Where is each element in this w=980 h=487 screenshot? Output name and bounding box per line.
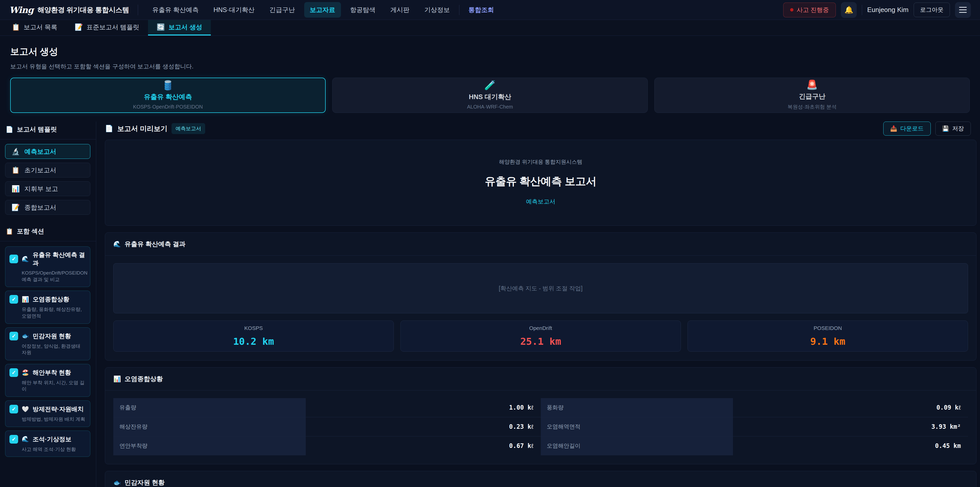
nav-menu: 유출유 확산예측 HNS·대기확산 긴급구난 보고자료 항공탐색 게시판 기상정… (147, 2, 500, 18)
nav-item-hns[interactable]: HNS·대기확산 (208, 2, 260, 18)
nav-item-reports[interactable]: 보고자료 (304, 2, 341, 18)
type-card-title: HNS 대기확산 (469, 93, 511, 101)
cover-report-title: 유출유 확산예측 보고서 (115, 174, 966, 188)
type-card-title: 긴급구난 (799, 92, 825, 101)
sensitive-resources-card: 🐟 민감자원 현황 반경 10 NM 기준 마을어업 131ha 복합양식업 3… (105, 471, 977, 487)
template-item-command[interactable]: 📊 지휘부 보고 (5, 181, 90, 196)
section-item-desc: 유출량, 풍화량, 해상잔유량, 오염면적 (22, 306, 86, 319)
table-row: 연안부착량0.67 kℓ 오염해안길이0.45 km (113, 436, 968, 455)
preview-title-group: 📄 보고서 미리보기 예측보고서 (105, 123, 205, 134)
section-item-shoreline[interactable]: ✓ 🏖️ 해안부착 현황 해안 부착 위치, 시간, 오염 길이 (5, 364, 90, 397)
checkbox-checked[interactable]: ✓ (10, 255, 18, 263)
section-item-title: 조석·기상정보 (33, 435, 72, 443)
microscope-icon: 🔬 (11, 148, 20, 155)
template-item-comprehensive[interactable]: 📝 종합보고서 (5, 200, 90, 215)
row-value: 0.67 kℓ (306, 436, 541, 455)
siren-icon: 🚨 (807, 80, 818, 89)
row-label: 유출량 (113, 398, 306, 417)
stat-card-poseidon: POSEIDON 9.1 km (687, 321, 968, 352)
page-subtitle: 보고서 유형을 선택하고 포함할 섹션을 구성하여 보고서를 생성합니다. (10, 62, 970, 70)
pollution-summary-card: 📊 오염종합상황 유출량1.00 kℓ 풍화량0.09 kℓ 해상잔유량0.23… (105, 367, 977, 464)
template-item-initial[interactable]: 📋 초기보고서 (5, 163, 90, 177)
app-root: Wing 해양환경 위기대응 통합시스템 유출유 확산예측 HNS·대기확산 긴… (0, 0, 980, 487)
section-item-tide-weather[interactable]: ✓ 🌊 조석·기상정보 사고 해역 조석·기상 현황 (5, 431, 90, 457)
table-row: 유출량1.00 kℓ 풍화량0.09 kℓ (113, 398, 968, 417)
logout-button[interactable]: 로그아웃 (914, 3, 950, 17)
notification-button[interactable]: 🔔 (841, 2, 857, 18)
section-list: ✓ 🌊 유출유 확산예측 결과 KOSPS/OpenDrift/POSEIDON… (0, 241, 96, 459)
incident-status-badge[interactable]: 사고 진행중 (783, 3, 836, 18)
preview-scroll-area[interactable]: 해양환경 위기대응 통합지원시스템 유출유 확산예측 보고서 예측보고서 🌊 유… (96, 139, 980, 487)
download-button[interactable]: 📥 다운로드 (883, 121, 931, 136)
main-split: 📄 보고서 템플릿 🔬 예측보고서 📋 초기보고서 📊 지휘부 보고 📝 (0, 121, 980, 487)
bar-chart-icon: 📊 (22, 296, 29, 303)
template-list: 🔬 예측보고서 📋 초기보고서 📊 지휘부 보고 📝 종합보고서 (0, 139, 96, 217)
stat-label: OpenDrift (529, 325, 552, 331)
nav-item-rescue[interactable]: 긴급구난 (264, 2, 301, 18)
section-item-desc: KOSPS/OpenDrift/POSEIDON 예측 결과 및 비교 (22, 270, 86, 283)
type-card-rescue[interactable]: 🚨 긴급구난 복원성·좌초위험 분석 (654, 78, 970, 113)
templates-header: 📄 보고서 템플릿 (0, 121, 96, 139)
stat-value: 10.2 km (233, 336, 274, 347)
checkbox-checked[interactable]: ✓ (10, 435, 18, 444)
pollution-table: 유출량1.00 kℓ 풍화량0.09 kℓ 해상잔유량0.23 kℓ 오염해역면… (113, 398, 968, 455)
heart-icon: 🤍 (22, 406, 29, 413)
row-value: 1.00 kℓ (306, 398, 541, 417)
section-item-title: 민감자원 현황 (33, 332, 71, 340)
tab-standard-template[interactable]: 📝 표준보고서 템플릿 (66, 20, 148, 35)
checkbox-checked[interactable]: ✓ (10, 332, 18, 340)
nav-item-weather[interactable]: 기상정보 (419, 2, 455, 18)
menu-button[interactable] (955, 2, 971, 18)
type-card-hns[interactable]: 🧪 HNS 대기확산 ALOHA·WRF-Chem (332, 78, 648, 113)
pollution-section-header: 📊 오염종합상황 (105, 367, 976, 390)
nav-item-integrated-search[interactable]: 통합조회 (463, 2, 500, 18)
section-item-desc: 방제방법, 방제자원 배치 계획 (22, 416, 86, 423)
template-item-label: 종합보고서 (24, 203, 56, 212)
oil-drum-icon: 🛢️ (162, 81, 174, 90)
stat-card-opendrift: OpenDrift 25.1 km (401, 321, 681, 352)
nav-item-aerial-search[interactable]: 항공탐색 (345, 2, 381, 18)
report-config-sidebar: 📄 보고서 템플릿 🔬 예측보고서 📋 초기보고서 📊 지휘부 보고 📝 (0, 121, 96, 487)
checkbox-checked[interactable]: ✓ (10, 295, 18, 303)
download-label: 다운로드 (900, 125, 924, 133)
app-logo: Wing 해양환경 위기대응 통합시스템 (9, 5, 129, 15)
spread-section-header: 🌊 유출유 확산예측 결과 (105, 233, 976, 255)
checkbox-checked[interactable]: ✓ (10, 405, 18, 414)
bell-icon: 🔔 (845, 6, 853, 14)
row-value: 0.09 kℓ (733, 398, 968, 417)
tab-report-create-label: 보고서 생성 (169, 23, 202, 31)
section-item-sensitive[interactable]: ✓ 🐟 민감자원 현황 어장정보, 양식업, 환경생태 자원 (5, 327, 90, 360)
tab-report-create[interactable]: 🔄 보고서 생성 (148, 20, 211, 35)
section-item-pollution[interactable]: ✓ 📊 오염종합상황 유출량, 풍화량, 해상잔유량, 오염면적 (5, 291, 90, 324)
tab-report-list[interactable]: 📋 보고서 목록 (3, 20, 66, 35)
save-button[interactable]: 💾 저장 (935, 121, 971, 136)
user-name: Eunjeong Kim (867, 6, 908, 14)
preview-type-badge: 예측보고서 (172, 123, 205, 134)
navbar-right: 사고 진행중 🔔 Eunjeong Kim 로그아웃 (783, 2, 971, 18)
templates-header-label: 보고서 템플릿 (17, 125, 57, 134)
nav-divider (138, 5, 138, 15)
pollution-section-title: 오염종합상황 (124, 375, 163, 383)
row-value: 0.23 kℓ (306, 417, 541, 436)
row-label: 해상잔유량 (113, 417, 306, 436)
top-navbar: Wing 해양환경 위기대응 통합시스템 유출유 확산예측 HNS·대기확산 긴… (0, 0, 980, 20)
clipboard-icon: 📋 (6, 228, 13, 235)
fish-icon: 🐟 (113, 479, 121, 486)
type-card-subtitle: ALOHA·WRF-Chem (467, 104, 513, 110)
nav-item-board[interactable]: 게시판 (385, 2, 415, 18)
document-icon: 📄 (105, 125, 113, 133)
checkbox-checked[interactable]: ✓ (10, 368, 18, 377)
incident-dot-icon (790, 8, 794, 11)
type-card-oil-spread[interactable]: 🛢️ 유출유 확산예측 KOSPS·OpenDrift·POSEIDON (10, 78, 326, 113)
hamburger-icon (959, 7, 967, 13)
wave-icon: 🌊 (22, 255, 29, 262)
template-item-forecast[interactable]: 🔬 예측보고서 (5, 144, 90, 159)
section-item-response-strategy[interactable]: ✓ 🤍 방제전략·자원배치 방제방법, 방제자원 배치 계획 (5, 401, 90, 427)
incident-label: 사고 진행중 (797, 6, 829, 14)
memo-icon: 📝 (11, 204, 20, 211)
section-item-spread-result[interactable]: ✓ 🌊 유출유 확산예측 결과 KOSPS/OpenDrift/POSEIDON… (5, 246, 90, 287)
cover-system-name: 해양환경 위기대응 통합지원시스템 (115, 158, 966, 166)
bar-chart-icon: 📊 (113, 375, 121, 383)
clipboard-icon: 📋 (11, 166, 20, 174)
nav-item-oil-spread[interactable]: 유출유 확산예측 (147, 2, 204, 18)
